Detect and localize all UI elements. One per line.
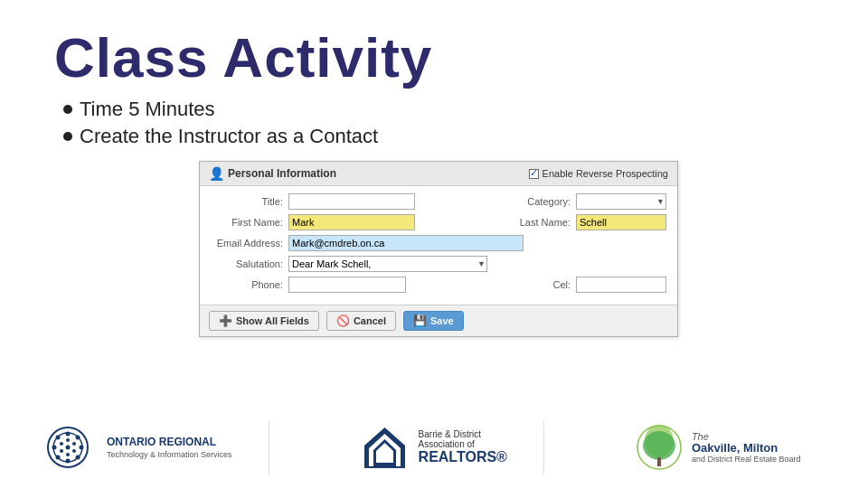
svg-point-12	[72, 449, 76, 453]
logo-oakville-milton: The Oakville, Milton and District Real E…	[635, 423, 801, 473]
category-select[interactable]	[576, 193, 666, 210]
svg-point-16	[66, 445, 71, 449]
svg-point-8	[52, 445, 57, 449]
email-label: Email Address:	[211, 238, 283, 249]
ontario-regional-sub: Technology & Information Services	[107, 450, 232, 459]
title-category-row: Title: Category: ▼	[211, 193, 666, 210]
svg-point-6	[66, 458, 71, 463]
salutation-input[interactable]	[288, 256, 487, 272]
cancel-label: Cancel	[354, 315, 386, 326]
svg-point-11	[72, 442, 76, 446]
bullet-text-2: Create the Instructor as a Contact	[80, 125, 378, 148]
form-header-left: 👤 Personal Information	[209, 166, 336, 181]
svg-point-2	[66, 431, 71, 436]
bullet-item-2: Create the Instructor as a Contact	[63, 125, 814, 148]
footer-logos: ONTARIO REGIONAL Technology & Informatio…	[0, 407, 868, 488]
save-label: Save	[430, 315, 454, 326]
person-icon: 👤	[209, 166, 223, 181]
svg-point-13	[66, 453, 70, 456]
barrie-sub1: Association of	[419, 439, 507, 449]
salutation-label: Salutation:	[211, 258, 283, 269]
phone-label: Phone:	[211, 279, 283, 290]
barrie-realtors: REALTORS®	[419, 449, 507, 465]
svg-point-14	[60, 449, 63, 453]
email-input[interactable]	[288, 235, 524, 251]
first-name-input[interactable]	[288, 214, 415, 230]
plus-icon: ➕	[219, 314, 232, 327]
category-label: Category:	[507, 196, 571, 207]
svg-point-4	[80, 445, 84, 449]
bullet-text-1: Time 5 Minutes	[80, 98, 215, 121]
title-input[interactable]	[288, 193, 415, 210]
svg-point-22	[643, 431, 675, 460]
email-row: Email Address:	[211, 235, 666, 251]
save-button[interactable]: 💾 Save	[403, 311, 464, 331]
logo-divider-2	[543, 420, 544, 474]
barrie-graphic	[360, 423, 410, 473]
phone-row: Phone: Cel:	[211, 277, 666, 293]
cel-input[interactable]	[576, 277, 666, 293]
save-icon: 💾	[413, 314, 427, 327]
svg-rect-24	[657, 457, 661, 466]
form-header-right: Enable Reverse Prospecting	[529, 168, 668, 179]
ontario-regional-name: ONTARIO REGIONAL	[107, 436, 232, 450]
svg-point-7	[56, 455, 61, 459]
logo-barrie-district: Barrie & District Association of REALTOR…	[360, 423, 507, 473]
svg-point-3	[76, 435, 80, 439]
cancel-icon: 🚫	[336, 314, 350, 327]
oakville-sub: and District Real Estate Board	[692, 455, 801, 464]
barrie-district-text: Barrie & District Association of REALTOR…	[419, 429, 507, 465]
cancel-button[interactable]: 🚫 Cancel	[326, 311, 396, 331]
oakville-milton-text: The Oakville, Milton and District Real E…	[692, 431, 801, 464]
reverse-prospecting-checkbox[interactable]	[529, 169, 539, 179]
svg-point-15	[60, 442, 63, 446]
salutation-select-wrapper: ▼	[288, 256, 487, 272]
svg-point-9	[56, 435, 61, 439]
category-select-wrapper: ▼	[576, 193, 666, 210]
bullet-list: Time 5 Minutes Create the Instructor as …	[63, 98, 814, 148]
first-name-label: First Name:	[211, 217, 283, 228]
salutation-row: Salutation: ▼	[211, 256, 666, 272]
last-name-label: Last Name:	[507, 217, 571, 228]
ontario-regional-graphic	[36, 423, 99, 473]
logo-divider-1	[269, 420, 269, 474]
page-title: Class Activity	[54, 27, 814, 89]
show-all-fields-button[interactable]: ➕ Show All Fields	[209, 311, 319, 331]
svg-point-5	[76, 455, 80, 459]
cel-label: Cel:	[543, 279, 571, 290]
barrie-name: Barrie & District	[419, 429, 507, 439]
form-footer: ➕ Show All Fields 🚫 Cancel 💾 Save	[200, 305, 677, 336]
main-content: Class Activity Time 5 Minutes Create the…	[0, 0, 868, 337]
form-section-label: Personal Information	[228, 167, 336, 180]
name-row: First Name: Last Name:	[211, 214, 666, 230]
form-body: Title: Category: ▼ First Name: Last Name…	[200, 186, 677, 305]
oakville-main: Oakville, Milton	[692, 442, 801, 455]
phone-input[interactable]	[288, 277, 406, 293]
bullet-dot-2	[63, 132, 72, 141]
form-header: 👤 Personal Information Enable Reverse Pr…	[200, 162, 677, 186]
last-name-input[interactable]	[576, 214, 666, 230]
show-all-label: Show All Fields	[236, 315, 309, 326]
enable-label: Enable Reverse Prospecting	[542, 168, 668, 179]
bullet-item-1: Time 5 Minutes	[63, 98, 814, 121]
oakville-graphic	[635, 423, 684, 473]
ontario-regional-text: ONTARIO REGIONAL Technology & Informatio…	[107, 436, 232, 459]
title-label: Title:	[211, 196, 283, 207]
contact-form: 👤 Personal Information Enable Reverse Pr…	[199, 161, 678, 337]
svg-point-10	[66, 438, 70, 442]
bullet-dot-1	[63, 105, 72, 114]
logo-ontario-regional: ONTARIO REGIONAL Technology & Informatio…	[36, 423, 232, 473]
